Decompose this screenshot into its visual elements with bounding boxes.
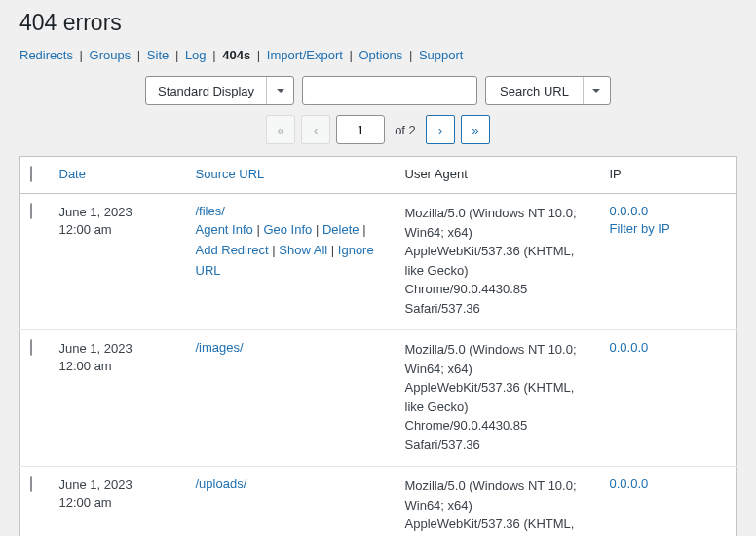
chevron-down-icon[interactable]	[583, 77, 610, 104]
display-mode-label: Standard Display	[146, 77, 266, 104]
tab-redirects[interactable]: Redirects	[19, 48, 73, 62]
page-first-button: «	[266, 115, 295, 144]
column-user-agent: User Agent	[396, 157, 600, 194]
action-geo-info[interactable]: Geo Info	[263, 222, 312, 237]
search-url-button[interactable]: Search URL	[485, 76, 611, 105]
user-agent-text: Mozilla/5.0 (Windows NT 10.0; Win64; x64…	[396, 194, 600, 330]
ip-link[interactable]: 0.0.0.0	[610, 340, 727, 355]
table-row: June 1, 202312:00 am /files/ Agent Info …	[20, 194, 737, 330]
action-show-all[interactable]: Show All	[279, 243, 327, 257]
tab-404s: 404s	[222, 48, 250, 62]
row-date: June 1, 202312:00 am	[50, 467, 186, 537]
page-last-button[interactable]: »	[461, 115, 490, 144]
page-prev-button: ‹	[301, 115, 330, 144]
action-add-redirect[interactable]: Add Redirect	[196, 243, 269, 257]
source-url-link[interactable]: /files/	[196, 204, 225, 218]
tab-site[interactable]: Site	[147, 48, 169, 62]
tab-options[interactable]: Options	[359, 48, 402, 62]
column-date[interactable]: Date	[59, 167, 86, 181]
search-input[interactable]	[302, 76, 477, 105]
tab-import-export[interactable]: Import/Export	[267, 48, 343, 62]
table-row: June 1, 202312:00 am /uploads/ Mozilla/5…	[20, 467, 737, 537]
source-url-link[interactable]: /uploads/	[196, 477, 247, 491]
row-date: June 1, 202312:00 am	[50, 330, 186, 467]
pagination: « ‹ of 2 › »	[19, 115, 737, 144]
page-current-input[interactable]	[336, 115, 385, 144]
search-url-label[interactable]: Search URL	[486, 77, 583, 104]
user-agent-text: Mozilla/5.0 (Windows NT 10.0; Win64; x64…	[396, 330, 600, 467]
row-checkbox[interactable]	[30, 339, 32, 356]
user-agent-text: Mozilla/5.0 (Windows NT 10.0; Win64; x64…	[396, 467, 600, 537]
ip-link[interactable]: 0.0.0.0	[610, 204, 727, 218]
toolbar: Standard Display Search URL	[19, 76, 737, 105]
chevron-down-icon[interactable]	[266, 77, 293, 104]
errors-table: Date Source URL User Agent IP June 1, 20…	[19, 156, 737, 536]
table-row: June 1, 202312:00 am /images/ Mozilla/5.…	[20, 330, 737, 467]
filter-by-ip-link[interactable]: Filter by IP	[610, 221, 727, 236]
display-mode-select[interactable]: Standard Display	[145, 76, 294, 105]
page-next-button[interactable]: ›	[426, 115, 455, 144]
row-date: June 1, 202312:00 am	[50, 194, 186, 330]
tab-support[interactable]: Support	[419, 48, 464, 62]
tab-groups[interactable]: Groups	[90, 48, 132, 62]
page-title: 404 errors	[19, 10, 737, 36]
column-source-url[interactable]: Source URL	[196, 167, 265, 181]
tab-log[interactable]: Log	[185, 48, 207, 62]
row-checkbox[interactable]	[30, 476, 32, 492]
action-delete[interactable]: Delete	[322, 222, 359, 237]
select-all-checkbox[interactable]	[30, 166, 32, 182]
column-ip: IP	[600, 157, 737, 194]
source-url-link[interactable]: /images/	[196, 340, 244, 355]
action-agent-info[interactable]: Agent Info	[196, 222, 253, 237]
nav-tabs: Redirects | Groups | Site | Log | 404s |…	[19, 48, 737, 62]
row-checkbox[interactable]	[30, 203, 32, 219]
row-actions: Agent Info | Geo Info | Delete | Add Red…	[196, 220, 386, 281]
page-of-text: of 2	[395, 123, 416, 137]
ip-link[interactable]: 0.0.0.0	[610, 477, 727, 491]
